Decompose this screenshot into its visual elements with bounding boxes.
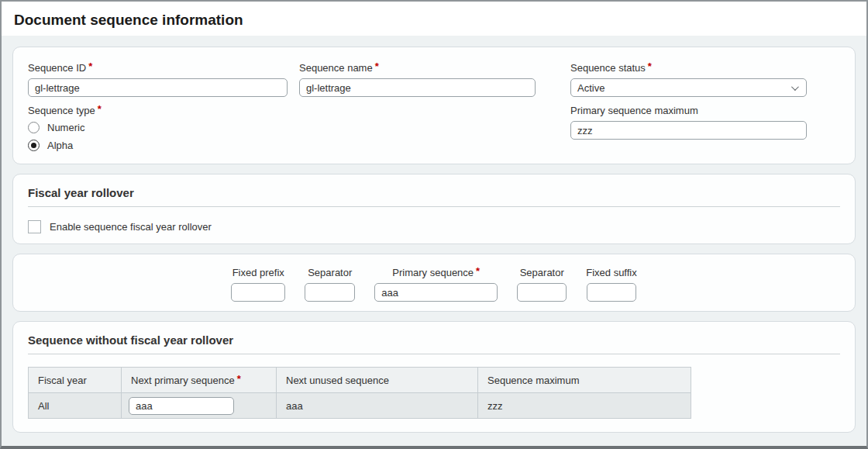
required-asterisk: * bbox=[88, 60, 92, 72]
header-fiscal-year: Fiscal year bbox=[29, 368, 122, 393]
separator-2-label: Separator bbox=[520, 267, 564, 278]
sequence-type-label: Sequence type* bbox=[28, 105, 299, 116]
primary-sequence-maximum-input[interactable] bbox=[570, 121, 807, 140]
cell-fiscal-year: All bbox=[29, 393, 122, 419]
table-row: All aaa zzz bbox=[29, 393, 691, 419]
header-next-primary-sequence: Next primary sequence* bbox=[122, 368, 277, 393]
numeric-radio-button[interactable] bbox=[28, 122, 40, 133]
enable-rollover-label: Enable sequence fiscal year rollover bbox=[50, 221, 212, 233]
fixed-prefix-label: Fixed prefix bbox=[232, 267, 284, 278]
sequence-name-label-text: Sequence name bbox=[299, 62, 373, 74]
fiscal-year-rollover-heading: Fiscal year rollover bbox=[28, 186, 840, 207]
cell-sequence-maximum: zzz bbox=[478, 393, 691, 419]
required-asterisk: * bbox=[98, 103, 102, 115]
header-sequence-maximum: Sequence maximum bbox=[478, 368, 691, 393]
sequence-status-label-text: Sequence status bbox=[570, 62, 646, 74]
header-next-primary-sequence-text: Next primary sequence bbox=[131, 375, 235, 386]
cell-next-primary-sequence bbox=[122, 393, 277, 419]
sequence-type-label-text: Sequence type bbox=[28, 105, 95, 116]
cell-next-unused-sequence: aaa bbox=[277, 393, 478, 419]
panel-fiscal-year-rollover: Fiscal year rollover Enable sequence fis… bbox=[12, 174, 856, 244]
sequence-table: Fiscal year Next primary sequence* Next … bbox=[28, 367, 691, 419]
grid-spacer bbox=[299, 105, 570, 152]
required-asterisk: * bbox=[476, 265, 480, 277]
fixed-suffix-input[interactable] bbox=[587, 283, 636, 302]
separator-1-input[interactable] bbox=[305, 283, 355, 302]
fixed-suffix-label: Fixed suffix bbox=[586, 267, 637, 278]
field-sequence-name: Sequence name* bbox=[299, 62, 570, 97]
chevron-down-icon bbox=[791, 83, 799, 91]
table-header-row: Fiscal year Next primary sequence* Next … bbox=[29, 368, 691, 393]
page-content: Sequence ID* Sequence name* Sequence sta… bbox=[2, 36, 866, 449]
field-fixed-suffix: Fixed suffix bbox=[586, 267, 637, 302]
panel-general-info: Sequence ID* Sequence name* Sequence sta… bbox=[12, 47, 856, 164]
separator-1-label: Separator bbox=[308, 267, 352, 278]
sequence-id-label-text: Sequence ID bbox=[28, 62, 86, 74]
panel-sequence-format: Fixed prefix Separator Primary sequence*… bbox=[12, 254, 856, 312]
sequence-name-label: Sequence name* bbox=[299, 62, 570, 74]
sequence-name-input[interactable] bbox=[299, 78, 536, 97]
field-separator-1: Separator bbox=[305, 267, 355, 302]
required-asterisk: * bbox=[648, 60, 652, 72]
radio-option-numeric[interactable]: Numeric bbox=[28, 121, 299, 134]
primary-sequence-input[interactable] bbox=[374, 283, 498, 302]
header-next-unused-sequence: Next unused sequence bbox=[277, 368, 478, 393]
separator-2-input[interactable] bbox=[517, 283, 567, 302]
field-fixed-prefix: Fixed prefix bbox=[231, 267, 285, 302]
field-separator-2: Separator bbox=[517, 267, 567, 302]
panel-sequence-without-rollover: Sequence without fiscal year rollover Fi… bbox=[12, 321, 856, 433]
required-asterisk: * bbox=[375, 60, 379, 72]
field-primary-sequence-maximum: Primary sequence maximum bbox=[570, 105, 840, 152]
primary-sequence-label-text: Primary sequence bbox=[392, 267, 474, 278]
primary-sequence-label: Primary sequence* bbox=[392, 267, 480, 278]
sequence-status-select[interactable]: Active bbox=[570, 78, 807, 97]
field-sequence-status: Sequence status* Active bbox=[570, 62, 840, 97]
field-sequence-id: Sequence ID* bbox=[28, 62, 299, 97]
required-asterisk: * bbox=[237, 373, 241, 385]
enable-rollover-checkbox[interactable] bbox=[28, 220, 41, 233]
sequence-without-rollover-heading: Sequence without fiscal year rollover bbox=[28, 333, 840, 354]
alpha-radio-button[interactable] bbox=[28, 140, 40, 151]
fixed-prefix-input[interactable] bbox=[231, 283, 285, 302]
sequence-status-label: Sequence status* bbox=[570, 62, 840, 74]
radio-option-alpha[interactable]: Alpha bbox=[28, 139, 299, 152]
document-sequence-window: Document sequence information Sequence I… bbox=[0, 0, 868, 449]
sequence-id-input[interactable] bbox=[28, 78, 288, 97]
page-title: Document sequence information bbox=[14, 12, 243, 28]
enable-rollover-row[interactable]: Enable sequence fiscal year rollover bbox=[28, 220, 840, 233]
next-primary-sequence-input[interactable] bbox=[129, 397, 234, 415]
alpha-radio-label: Alpha bbox=[47, 140, 73, 151]
field-primary-sequence: Primary sequence* bbox=[374, 267, 498, 302]
primary-sequence-maximum-label: Primary sequence maximum bbox=[570, 105, 840, 116]
title-bar: Document sequence information bbox=[2, 2, 866, 36]
sequence-id-label: Sequence ID* bbox=[28, 62, 299, 74]
sequence-status-selected-value: Active bbox=[577, 82, 604, 94]
numeric-radio-label: Numeric bbox=[47, 122, 84, 133]
field-sequence-type: Sequence type* Numeric Alpha bbox=[28, 105, 299, 152]
